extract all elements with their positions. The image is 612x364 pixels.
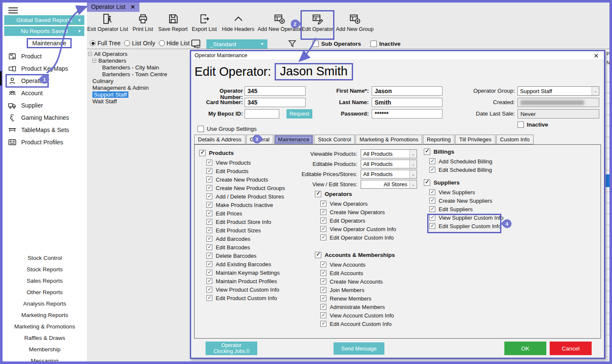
chevron-down-icon[interactable]: ⌄ <box>409 170 417 178</box>
toolbar-button[interactable]: Add New Operator <box>251 12 308 38</box>
checkbox-icon[interactable] <box>206 295 212 301</box>
checkbox-icon[interactable] <box>206 219 212 225</box>
permission-checkbox[interactable]: Renew Members <box>320 294 395 303</box>
permission-checkbox[interactable]: View Product Custom Info <box>206 285 285 294</box>
checkbox-icon[interactable] <box>320 262 326 267</box>
filter-funnel-icon[interactable] <box>287 39 298 49</box>
chevron-down-icon[interactable]: ⌄ <box>592 87 599 95</box>
sidebar-item[interactable]: Gaming Machines <box>3 111 87 124</box>
use-group-settings-checkbox[interactable]: Use Group Settings <box>198 126 257 132</box>
sidebar-nav-item[interactable]: Analysis Reports <box>3 298 87 309</box>
sidebar-nav-item[interactable]: Stock Control <box>3 252 87 264</box>
permission-checkbox[interactable]: Edit Supplier Custom Info <box>429 222 504 230</box>
checkbox-icon[interactable] <box>315 191 321 197</box>
checkbox-icon[interactable] <box>517 121 524 128</box>
permission-checkbox[interactable]: Add Scheduled Billing <box>429 157 492 165</box>
checkbox-icon[interactable] <box>320 321 326 327</box>
checkbox-icon[interactable] <box>429 158 435 164</box>
tree-item[interactable]: Wait Staff <box>87 98 193 105</box>
last-name-field[interactable]: Smith <box>372 98 442 107</box>
chevron-down-icon[interactable]: ⌄ <box>409 150 417 158</box>
operator-group-dropdown[interactable]: Support Staff ⌄ <box>517 86 599 96</box>
dialog-tab[interactable]: Reporting <box>423 135 454 144</box>
permission-checkbox[interactable]: Create New Accounts <box>320 277 395 286</box>
operator-clocking-button[interactable]: Operator Clocking Jobs:0 <box>206 342 257 355</box>
sidebar-item[interactable]: Operator <box>3 74 87 87</box>
permission-checkbox[interactable]: Add / Delete Product Stores <box>206 192 285 201</box>
scope-option-dropdown[interactable]: All Products ⌄ <box>361 160 417 168</box>
permission-checkbox[interactable]: View Operators <box>320 199 396 208</box>
checkbox-icon[interactable] <box>429 167 435 173</box>
tree-item[interactable]: Bartenders - Town Centre <box>87 71 193 77</box>
checkbox-icon[interactable] <box>424 179 430 186</box>
permission-checkbox[interactable]: View Account Custom Info <box>320 311 395 320</box>
view-columns-icon[interactable] <box>190 38 202 50</box>
permission-checkbox[interactable]: View Accounts <box>320 260 395 269</box>
permission-checkbox[interactable]: Edit Product Sizes <box>206 226 285 234</box>
checkbox-icon[interactable] <box>320 270 326 276</box>
checkbox-icon[interactable] <box>320 226 326 232</box>
sidebar-nav-item[interactable]: Stock Reports <box>3 264 87 275</box>
sidebar-nav-item[interactable]: Marketing Reports <box>3 309 87 321</box>
checkbox-icon[interactable] <box>206 227 212 233</box>
checkbox-icon[interactable] <box>206 176 212 182</box>
first-name-field[interactable]: Jason <box>372 86 442 96</box>
permission-checkbox[interactable]: Maintain Keymap Settings <box>206 268 285 277</box>
sidebar-nav-item[interactable]: Messaging <box>3 355 87 364</box>
toolbar-button[interactable]: Add New Group <box>334 12 375 38</box>
checkbox-icon[interactable] <box>206 253 212 259</box>
my-bepoz-id-field[interactable] <box>245 109 279 119</box>
checkbox-icon[interactable] <box>206 287 212 292</box>
permission-checkbox[interactable]: Make Products Inactive <box>206 201 285 209</box>
send-message-button[interactable]: Send Message <box>334 342 384 355</box>
scope-option-dropdown[interactable]: All Stores ⌄ <box>361 180 417 189</box>
permission-checkbox[interactable]: Edit Prices <box>206 209 285 218</box>
permission-checkbox[interactable]: Edit Account Custom Info <box>320 320 395 328</box>
ok-button[interactable]: OK <box>504 342 546 355</box>
dialog-titlebar[interactable]: Operator Maintenance <box>191 51 604 60</box>
permission-checkbox[interactable]: View Suppliers <box>429 188 504 196</box>
checkbox-icon[interactable] <box>206 244 212 250</box>
permission-checkbox[interactable]: Edit Accounts <box>320 269 395 277</box>
checkbox-icon[interactable] <box>429 215 435 221</box>
checkbox-icon[interactable] <box>429 198 435 204</box>
permission-checkbox[interactable]: Delete Barcodes <box>206 251 285 260</box>
checkbox-icon[interactable] <box>315 252 321 258</box>
permission-checkbox[interactable]: Create New Products <box>206 175 285 184</box>
scope-option-dropdown[interactable]: All Products ⌄ <box>361 170 417 179</box>
chevron-down-icon[interactable]: ⌄ <box>409 180 417 188</box>
checkbox-icon[interactable] <box>370 41 377 47</box>
toolbar-button[interactable]: Exit Operator List <box>87 12 128 38</box>
checkbox-icon[interactable] <box>206 278 212 284</box>
radio-option[interactable]: Full Tree <box>90 40 120 47</box>
password-field[interactable]: ****** <box>372 109 442 119</box>
radio-icon[interactable] <box>124 40 130 46</box>
checkbox-icon[interactable] <box>206 270 212 276</box>
toolbar-button[interactable]: Export List <box>189 12 220 38</box>
permission-checkbox[interactable]: Edit Product Store Info <box>206 218 285 226</box>
permission-checkbox[interactable]: Edit Operator Custom Info <box>320 233 396 242</box>
permission-checkbox[interactable]: Add Barcodes <box>206 234 285 243</box>
sidebar-item[interactable]: Product KeyMaps <box>3 62 87 74</box>
checkbox-icon[interactable] <box>320 312 326 318</box>
checkbox-icon[interactable] <box>312 41 319 47</box>
radio-icon[interactable] <box>159 40 165 46</box>
filter-checkbox[interactable]: Inactive <box>370 41 401 47</box>
sidebar-nav-item[interactable]: Raffles & Draws <box>3 332 87 344</box>
checkbox-icon[interactable] <box>429 206 435 212</box>
permission-checkbox[interactable]: Edit Scheduled Billing <box>429 165 492 174</box>
checkbox-icon[interactable] <box>320 218 326 223</box>
checkbox-icon[interactable] <box>206 261 212 267</box>
operator-number-field[interactable]: 345 <box>245 86 306 96</box>
billings-group-checkbox[interactable]: Billings <box>424 147 492 156</box>
dialog-tab[interactable]: Till Privileges <box>455 135 495 144</box>
permission-checkbox[interactable]: Maintain Product Profiles <box>206 277 285 285</box>
checkbox-icon[interactable] <box>320 209 326 215</box>
tree-expander-icon[interactable] <box>88 52 92 56</box>
checkbox-icon[interactable] <box>320 287 326 293</box>
sidebar-item[interactable]: Product Profiles <box>3 136 87 148</box>
permission-checkbox[interactable]: Edit Operators <box>320 216 396 225</box>
tree-item[interactable]: Bartenders - City Main <box>87 64 193 71</box>
permission-checkbox[interactable]: View Operator Custom Info <box>320 225 396 233</box>
checkbox-icon[interactable] <box>429 189 435 195</box>
